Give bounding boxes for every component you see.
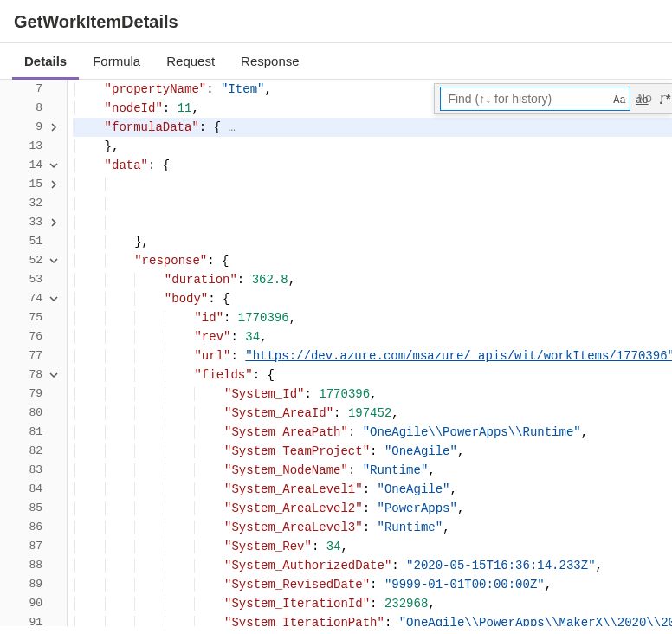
code-line[interactable]: "System_RevisedDate": "9999-01-01T00:00:… [73,575,672,594]
gutter-row: 33 [0,213,67,232]
fold-expanded-icon[interactable] [48,369,60,381]
code-line[interactable] [73,213,672,232]
gutter-row: 74 [0,289,67,308]
code-line[interactable]: "System_IterationPath": "OneAgile\\Power… [73,613,672,626]
code-line[interactable]: }, [73,232,672,251]
fold-expanded-icon[interactable] [48,293,60,305]
line-number: 76 [16,327,42,346]
gutter-row: 9 [0,118,67,137]
fold-expanded-icon[interactable] [48,255,60,267]
gutter-row: 82 [0,442,67,461]
code-line[interactable]: "fields": { [73,366,672,385]
line-number: 80 [16,404,42,423]
line-number: 7 [16,80,42,99]
code-content[interactable]: "propertyName": "Item", "nodeId": 11, "f… [68,80,672,626]
code-line[interactable]: "rev": 34, [73,327,672,346]
fold-expanded-icon[interactable] [48,159,60,171]
code-line[interactable]: "System_AreaLevel2": "PowerApps", [73,499,672,518]
line-number: 87 [16,537,42,556]
code-line[interactable] [73,194,672,213]
code-line[interactable]: "body": { [73,289,672,308]
tab-bar: DetailsFormulaRequestResponse [0,43,672,80]
gutter-row: 13 [0,137,67,156]
fold-collapsed-icon[interactable] [48,217,60,229]
code-line[interactable]: "id": 1770396, [73,308,672,327]
line-number: 15 [16,175,42,194]
match-case-icon[interactable]: Aa [610,91,629,110]
line-number: 78 [16,366,42,385]
line-number: 51 [16,232,42,251]
code-line[interactable]: "System_Rev": 34, [73,537,672,556]
gutter-row: 77 [0,346,67,366]
line-number: 74 [16,289,42,308]
code-line[interactable]: "System_AreaLevel3": "Runtime", [73,518,672,537]
line-number: 81 [16,423,42,442]
gutter-row: 78 [0,366,67,385]
line-number: 14 [16,156,42,175]
line-number: 91 [16,613,42,632]
line-number: 83 [16,461,42,480]
fold-collapsed-icon[interactable] [48,178,60,191]
gutter-row: 15 [0,175,67,194]
line-number: 52 [16,251,42,270]
gutter-row: 75 [0,308,67,327]
gutter-row: 14 [0,156,67,175]
match-word-icon[interactable]: ab [632,91,651,110]
code-line[interactable]: "System_AreaLevel1": "OneAgile", [73,480,672,499]
code-line[interactable]: "System_TeamProject": "OneAgile", [73,442,672,461]
line-number: 32 [16,194,42,213]
gutter-row: 80 [0,404,67,423]
gutter-row: 84 [0,480,67,499]
code-line[interactable]: "System_IterationId": 232968, [73,594,672,613]
gutter-row: 53 [0,270,67,289]
gutter-row: 83 [0,461,67,480]
gutter-row: 51 [0,232,67,251]
code-line[interactable]: "url": "https://dev.azure.com/msazure/_a… [73,346,672,366]
code-line[interactable] [73,175,672,194]
tab-request[interactable]: Request [154,43,227,80]
code-line[interactable]: "data": { [73,156,672,175]
line-number: 86 [16,518,42,537]
line-number: 79 [16,385,42,404]
gutter-row: 85 [0,499,67,518]
gutter-row: 91 [0,613,67,632]
line-number: 88 [16,556,42,575]
code-line[interactable]: "duration": 362.8, [73,270,672,289]
page-title: GetWorkItemDetails [14,12,658,32]
code-line[interactable]: "response": { [73,251,672,270]
gutter-row: 76 [0,327,67,346]
line-number: 84 [16,480,42,499]
regex-icon[interactable]: .* [655,91,672,110]
code-line[interactable]: "System_AreaPath": "OneAgile\\PowerApps\… [73,423,672,442]
code-line[interactable]: "System_AreaId": 197452, [73,404,672,423]
code-editor[interactable]: 7 8 913 141532 3351 5253 7475 76 77 7879… [0,80,672,626]
tab-formula[interactable]: Formula [81,43,152,80]
gutter-row: 81 [0,423,67,442]
tab-response[interactable]: Response [229,43,312,80]
gutter-row: 90 [0,594,67,613]
gutter-row: 88 [0,556,67,575]
gutter-row: 87 [0,537,67,556]
line-gutter: 7 8 913 141532 3351 5253 7475 76 77 7879… [0,80,68,626]
tab-details[interactable]: Details [12,43,79,80]
find-input[interactable] [440,87,630,111]
gutter-row: 7 [0,80,67,99]
gutter-row: 86 [0,518,67,537]
line-number: 75 [16,308,42,327]
line-number: 85 [16,499,42,518]
code-line[interactable]: "System_NodeName": "Runtime", [73,461,672,480]
header: GetWorkItemDetails [0,0,672,43]
code-line[interactable]: }, [73,137,672,156]
line-number: 33 [16,213,42,232]
code-line[interactable]: "System_Id": 1770396, [73,385,672,404]
code-line[interactable]: "formulaData": { … [73,118,672,137]
line-number: 9 [16,118,42,137]
gutter-row: 52 [0,251,67,270]
line-number: 90 [16,594,42,613]
line-number: 77 [16,346,42,366]
line-number: 82 [16,442,42,461]
line-number: 8 [16,99,42,118]
fold-collapsed-icon[interactable] [48,121,60,133]
find-widget[interactable]: Aa ab .* No r [434,83,672,114]
code-line[interactable]: "System_AuthorizedDate": "2020-05-15T16:… [73,556,672,575]
